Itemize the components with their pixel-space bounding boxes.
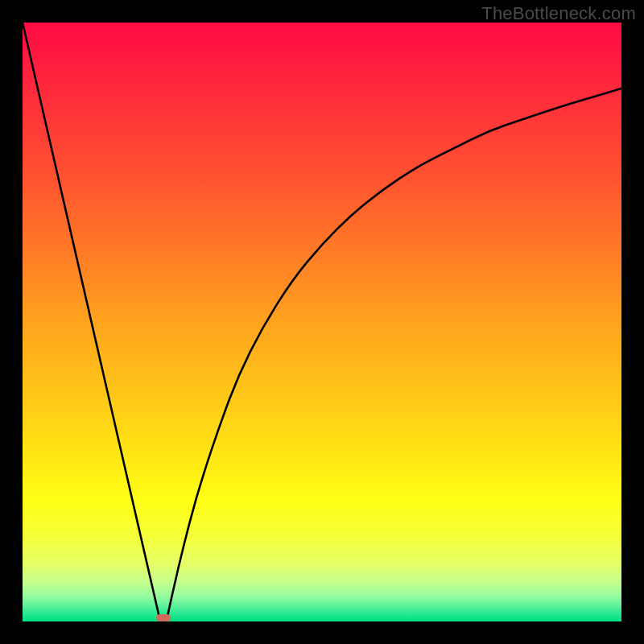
curve-left-line — [23, 23, 160, 621]
plot-area — [23, 23, 621, 621]
minimum-marker — [156, 614, 171, 621]
curve-right-curve — [167, 89, 621, 621]
chart-frame: TheBottleneck.com — [0, 0, 644, 644]
curve-layer — [23, 23, 621, 621]
watermark-text: TheBottleneck.com — [481, 3, 636, 24]
